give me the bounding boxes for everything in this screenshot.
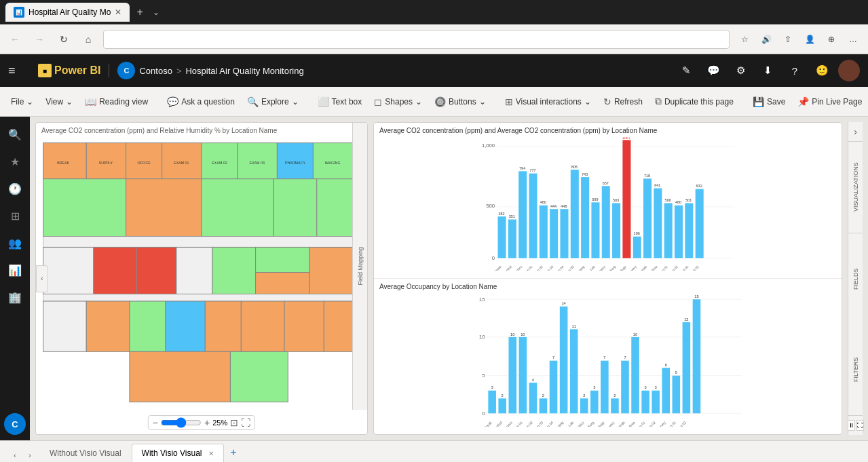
right-panel-collapse-button[interactable]: › (848, 122, 863, 141)
ribbon-file[interactable]: File ⌄ (5, 94, 39, 109)
ribbon-duplicate[interactable]: ⧉ Duplicate this page (649, 93, 739, 110)
pbi-menu-icon[interactable]: ≡ (8, 64, 30, 78)
active-tab[interactable]: 📊 Hospital Air Quality Mo ✕ (5, 3, 130, 22)
sidebar-favorites[interactable]: ★ (3, 149, 27, 174)
svg-text:Wait 01: Wait 01 (665, 421, 677, 427)
address-input[interactable] (103, 30, 730, 49)
zoom-full[interactable]: ⛶ (241, 418, 250, 427)
workspace-name[interactable]: Contoso (139, 66, 172, 76)
share-button[interactable]: ⇧ (778, 30, 797, 49)
sidebar-apps[interactable]: ⊞ (3, 204, 27, 228)
svg-text:6: 6 (665, 363, 667, 367)
sidebar-user-avatar[interactable]: C (4, 413, 26, 435)
svg-text:Central: Central (492, 421, 503, 427)
svg-text:Exam 05: Exam 05 (563, 265, 575, 271)
comment-button[interactable]: 💬 (702, 60, 724, 81)
pause-button[interactable]: ⏸ (848, 420, 855, 431)
field-mapping-sidebar[interactable]: Field Mapping (352, 123, 367, 410)
tab-overflow-button[interactable]: ⌄ (150, 7, 162, 17)
panel-nav-arrow[interactable]: ‹ (36, 265, 48, 292)
svg-rect-20 (256, 273, 310, 294)
with-visio-tab-close[interactable]: ✕ (208, 450, 214, 457)
new-tab-button[interactable]: + (134, 6, 145, 18)
download-button[interactable]: ⬇ (757, 60, 778, 81)
svg-text:Rehab: Rehab (616, 421, 626, 427)
svg-text:Wait 01: Wait 01 (679, 265, 689, 271)
ribbon-shapes[interactable]: ◻ Shapes ⌄ (369, 94, 428, 110)
ribbon-text-box[interactable]: ⬜ Text box (312, 94, 368, 110)
zoom-minus[interactable]: − (153, 418, 158, 427)
back-button[interactable]: ← (5, 30, 24, 49)
svg-rect-8 (43, 179, 126, 237)
ribbon-pin-live[interactable]: 📌 Pin Live Page (792, 94, 867, 110)
workspace-avatar[interactable]: C (117, 62, 135, 79)
pbi-logo: Power BI (54, 64, 100, 77)
svg-text:Exam 04: Exam 04 (552, 265, 564, 271)
sidebar-recent[interactable]: 🕐 (3, 176, 27, 201)
pin-live-label: Pin Live Page (812, 97, 862, 107)
filters-tab[interactable]: FILTERS (848, 324, 863, 415)
svg-text:Break: Break (493, 265, 502, 271)
svg-text:0: 0 (492, 255, 495, 261)
floor-plan-container[interactable]: BREAK SUPPLY OFFICE EXAM 01 EXAM 02 EXAM… (36, 136, 367, 412)
reading-view-label: Reading view (99, 97, 148, 107)
read-aloud-button[interactable]: 🔊 (757, 30, 776, 49)
svg-text:7: 7 (603, 355, 605, 360)
expand-button[interactable]: ⛶ (856, 420, 864, 431)
ribbon-visual-interactions[interactable]: ⊞ Visual interactions ⌄ (499, 94, 597, 110)
settings-button[interactable]: ⚙ (730, 60, 751, 81)
file-label: File (11, 97, 24, 107)
svg-rect-147 (652, 391, 660, 414)
ribbon-refresh[interactable]: ↻ Refresh (598, 94, 648, 110)
svg-rect-155 (693, 299, 701, 413)
svg-text:10: 10 (479, 334, 486, 340)
edit-button[interactable]: ✎ (675, 60, 697, 81)
ribbon-view[interactable]: View ⌄ (40, 94, 78, 109)
without-visio-tab[interactable]: Without Visio Visual (39, 444, 132, 462)
ribbon-save[interactable]: 💾 Save (747, 94, 791, 110)
home-button[interactable]: ⌂ (79, 30, 98, 49)
reload-button[interactable]: ↻ (54, 30, 73, 49)
svg-text:3: 3 (645, 385, 647, 389)
save-label: Save (767, 97, 785, 107)
ribbon-ask-question[interactable]: 💬 Ask a question (162, 94, 240, 110)
ribbon-reading-view[interactable]: 📖 Reading view (79, 94, 153, 110)
visualizations-tab[interactable]: VISUALIZATIONS (848, 141, 863, 233)
svg-rect-59 (560, 209, 568, 258)
zoom-slider[interactable] (161, 417, 202, 428)
fields-tab[interactable]: FIELDS (848, 233, 863, 324)
sidebar-search[interactable]: 🔍 (3, 122, 27, 147)
ribbon-buttons[interactable]: 🔘 Buttons ⌄ (429, 94, 491, 110)
help-button[interactable]: ? (784, 60, 806, 81)
svg-rect-127 (550, 361, 558, 414)
tab-nav-right[interactable]: › (23, 448, 37, 462)
ribbon-explore[interactable]: 🔍 Explore ⌄ (242, 94, 304, 110)
sidebar-metrics[interactable]: 📊 (3, 258, 27, 282)
extensions-button[interactable]: ⊕ (822, 30, 841, 49)
feedback-button[interactable]: 🙂 (811, 60, 833, 81)
zoom-plus[interactable]: + (204, 418, 210, 427)
occupancy-chart-container[interactable]: 15 10 5 0 3 (379, 293, 836, 427)
pbi-header-actions: ✎ 💬 ⚙ ⬇ ? 🙂 (675, 60, 860, 81)
zoom-fit[interactable]: ⊡ (230, 418, 238, 427)
svg-text:503: 503 (613, 198, 619, 202)
user-avatar[interactable] (838, 60, 860, 81)
pin-icon: 📌 (797, 96, 809, 107)
co2-chart-container[interactable]: 1,000 500 0 382 351 (379, 137, 836, 271)
svg-rect-141 (621, 361, 629, 414)
browser-more-button[interactable]: … (844, 30, 863, 49)
shapes-icon: ◻ (374, 96, 382, 107)
svg-rect-57 (550, 209, 558, 258)
profile-button[interactable]: 👤 (800, 30, 819, 49)
tab-nav-left[interactable]: ‹ (8, 448, 22, 462)
tab-close-button[interactable]: ✕ (115, 7, 121, 17)
add-tab-button[interactable]: + (224, 443, 243, 462)
favorites-button[interactable]: ☆ (735, 30, 754, 49)
forward-button[interactable]: → (30, 30, 49, 49)
svg-rect-16 (137, 247, 176, 294)
with-visio-tab[interactable]: With Visio Visual ✕ (132, 444, 224, 462)
sidebar-shared[interactable]: 👥 (3, 231, 27, 255)
svg-text:Wait 02: Wait 02 (690, 265, 700, 271)
ribbon: File ⌄ View ⌄ 📖 Reading view 💬 Ask a que… (0, 87, 868, 117)
sidebar-workspaces[interactable]: 🏢 (3, 285, 27, 309)
